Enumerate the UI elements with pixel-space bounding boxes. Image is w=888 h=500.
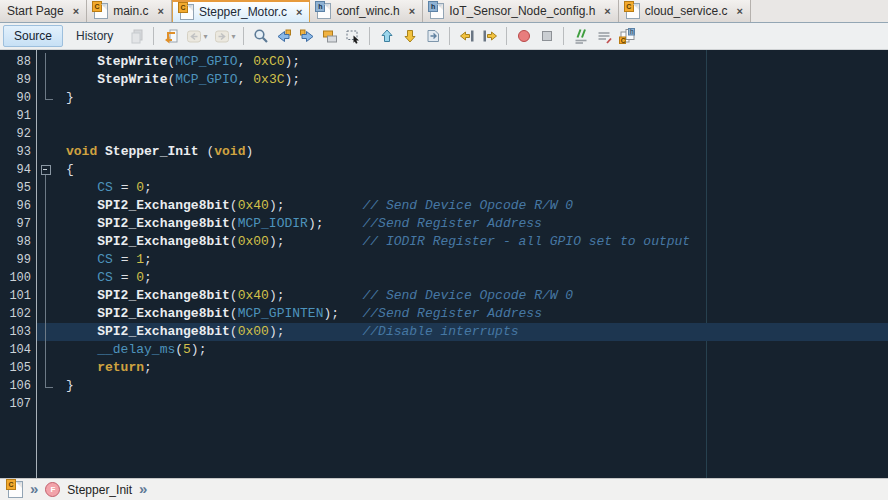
tab-close-icon[interactable]: ×: [157, 6, 163, 17]
toolbar-separator: [506, 27, 507, 45]
line-number[interactable]: 100: [0, 269, 36, 287]
code-editor[interactable]: 88 StepWrite(MCP_GPIO, 0xC0);89 StepWrit…: [0, 50, 888, 478]
toggle-rectangular-selection-button[interactable]: [342, 26, 363, 47]
tab-cloud-service-c[interactable]: Ccloud_service.c×: [619, 0, 751, 22]
code-line[interactable]: __delay_ms(5);: [57, 341, 206, 359]
code-row: 93void Stepper_Init (void): [0, 143, 888, 161]
shift-line-left-button[interactable]: [456, 26, 477, 47]
code-line[interactable]: SPI2_Exchange8bit(0x40); // Send Device …: [57, 197, 573, 215]
back-button[interactable]: ▾: [183, 26, 209, 47]
tab-label: IoT_Sensor_Node_config.h: [449, 4, 595, 18]
breadcrumb-function-label[interactable]: Stepper_Init: [67, 483, 132, 497]
line-number[interactable]: 93: [0, 143, 36, 161]
code-line[interactable]: SPI2_Exchange8bit(0x00); // IODIR Regist…: [57, 233, 690, 251]
line-number[interactable]: 91: [0, 107, 36, 125]
previous-bookmark-button[interactable]: [376, 26, 397, 47]
fold-indicator: [36, 107, 57, 125]
fold-indicator: [36, 305, 57, 323]
code-rows: 88 StepWrite(MCP_GPIO, 0xC0);89 StepWrit…: [0, 53, 888, 413]
find-selection-icon: [252, 28, 269, 45]
toolbar-separator: [563, 27, 564, 45]
line-number[interactable]: 101: [0, 287, 36, 305]
code-row: 101 SPI2_Exchange8bit(0x40); // Send Dev…: [0, 287, 888, 305]
line-number[interactable]: 104: [0, 341, 36, 359]
line-number[interactable]: 98: [0, 233, 36, 251]
line-number[interactable]: 89: [0, 71, 36, 89]
code-row: 98 SPI2_Exchange8bit(0x00); // IODIR Reg…: [0, 233, 888, 251]
breadcrumb-chevron-icon[interactable]: »: [30, 481, 38, 496]
tab-close-icon[interactable]: ×: [604, 6, 610, 17]
line-number[interactable]: 102: [0, 305, 36, 323]
tab-label: Start Page: [7, 4, 64, 18]
code-line[interactable]: SPI2_Exchange8bit(0x40); // Send Device …: [57, 287, 573, 305]
toggle-header-source-button[interactable]: hC: [616, 26, 637, 47]
line-number[interactable]: 92: [0, 125, 36, 143]
code-line[interactable]: }: [57, 377, 74, 395]
line-number[interactable]: 97: [0, 215, 36, 233]
find-next-button[interactable]: [296, 26, 317, 47]
toggle-highlight-search-button[interactable]: [319, 26, 340, 47]
tab-close-icon[interactable]: ×: [296, 7, 302, 18]
find-selection-button[interactable]: [250, 26, 271, 47]
line-number[interactable]: 94: [0, 161, 36, 179]
comment-button[interactable]: [570, 26, 591, 47]
toolbar-separator: [243, 27, 244, 45]
code-line[interactable]: SPI2_Exchange8bit(MCP_GPINTEN); //Send R…: [57, 305, 542, 323]
format-copy-button[interactable]: [126, 26, 147, 47]
code-line[interactable]: return;: [57, 359, 152, 377]
line-number[interactable]: 90: [0, 89, 36, 107]
breadcrumb-chevron-icon[interactable]: »: [139, 481, 147, 496]
shift-line-right-button[interactable]: [479, 26, 500, 47]
line-number[interactable]: 103: [0, 323, 36, 341]
code-row: 88 StepWrite(MCP_GPIO, 0xC0);: [0, 53, 888, 71]
tab-close-icon[interactable]: ×: [73, 6, 79, 17]
code-row: 105 return;: [0, 359, 888, 377]
toggle-bookmark-button[interactable]: [422, 26, 443, 47]
code-line[interactable]: CS = 0;: [57, 179, 152, 197]
uncomment-icon: [595, 28, 612, 45]
line-number[interactable]: 105: [0, 359, 36, 377]
line-number[interactable]: 88: [0, 53, 36, 71]
code-line[interactable]: SPI2_Exchange8bit(MCP_IODIR); //Send Reg…: [57, 215, 542, 233]
start-macro-recording-button[interactable]: [513, 26, 534, 47]
fold-indicator: [36, 89, 57, 107]
tab-stepper-motor-c[interactable]: CStepper_Motor.c×: [172, 0, 311, 22]
last-edit-location-button[interactable]: [160, 26, 181, 47]
code-row: 103 SPI2_Exchange8bit(0x00); //Disable i…: [0, 323, 888, 341]
forward-button[interactable]: ▾: [211, 26, 237, 47]
next-bookmark-button[interactable]: [399, 26, 420, 47]
editor-toolbar: Source History ▾▾hC: [0, 23, 888, 50]
toolbar-separator: [449, 27, 450, 45]
tab-close-icon[interactable]: ×: [409, 6, 415, 17]
line-number[interactable]: 107: [0, 395, 36, 413]
history-button[interactable]: History: [65, 25, 124, 47]
code-row: 97 SPI2_Exchange8bit(MCP_IODIR); //Send …: [0, 215, 888, 233]
code-line[interactable]: CS = 1;: [57, 251, 152, 269]
line-number[interactable]: 95: [0, 179, 36, 197]
line-number[interactable]: 106: [0, 377, 36, 395]
fold-collapse-icon[interactable]: [36, 161, 57, 179]
code-line[interactable]: void Stepper_Init (void): [57, 143, 253, 161]
tab-start-page[interactable]: Start Page×: [0, 0, 87, 22]
code-line[interactable]: {: [57, 161, 74, 179]
code-line[interactable]: CS = 0;: [57, 269, 152, 287]
tab-conf-winc-h[interactable]: hconf_winc.h×: [310, 0, 423, 22]
code-line[interactable]: [57, 125, 66, 143]
line-number[interactable]: 99: [0, 251, 36, 269]
back-icon: [185, 28, 202, 45]
fold-indicator: [36, 53, 57, 71]
code-line[interactable]: }: [57, 89, 74, 107]
stop-macro-recording-button[interactable]: [536, 26, 557, 47]
source-button[interactable]: Source: [3, 25, 63, 47]
uncomment-button[interactable]: [593, 26, 614, 47]
code-line[interactable]: [57, 395, 66, 413]
tab-main-c[interactable]: Cmain.c×: [87, 0, 172, 22]
code-line[interactable]: SPI2_Exchange8bit(0x00); //Disable inter…: [57, 323, 519, 341]
find-previous-button[interactable]: [273, 26, 294, 47]
code-line[interactable]: StepWrite(MCP_GPIO, 0xC0);: [57, 53, 300, 71]
tab-iot-sensor-node-config-h[interactable]: hIoT_Sensor_Node_config.h×: [423, 0, 619, 22]
line-number[interactable]: 96: [0, 197, 36, 215]
tab-close-icon[interactable]: ×: [737, 6, 743, 17]
code-line[interactable]: StepWrite(MCP_GPIO, 0x3C);: [57, 71, 300, 89]
code-line[interactable]: [57, 107, 66, 125]
